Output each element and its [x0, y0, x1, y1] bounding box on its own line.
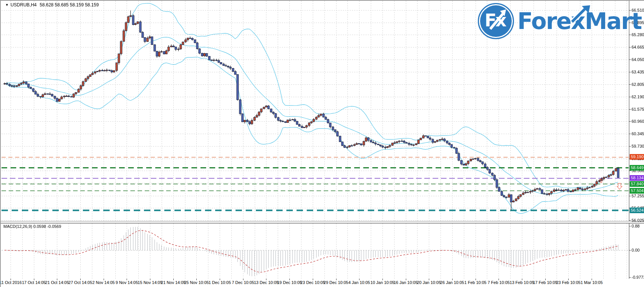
date-tick-label: 2 Nov 14:05 — [92, 280, 115, 285]
price-tick-label: 62.190 — [632, 95, 644, 99]
date-tick-label: 15 Nov 14:05 — [138, 280, 162, 285]
logo-arrow-icon — [479, 4, 513, 38]
date-tick-label: 29 Dec 10:05 — [324, 280, 348, 285]
macd-tick-label: 0.88 — [632, 224, 639, 229]
date-tick-label: 26 Jan 10:05 — [440, 280, 464, 285]
level-price-label: 58.134 — [630, 175, 644, 181]
level-price-label: 56.524 — [630, 208, 644, 213]
price-tick-label: 63.435 — [632, 70, 644, 75]
date-tick-label: 27 Oct 14:05 — [69, 280, 92, 285]
price-tick-label: 57.255 — [632, 194, 644, 198]
logo-mart-text: Mart — [585, 8, 641, 34]
date-tick-label: 17 Feb 10:05 — [533, 280, 557, 285]
logo-circle: Fx — [478, 3, 514, 39]
price-tick-label: 62.805 — [632, 82, 644, 87]
date-tick-label: 21 Nov 14:05 — [161, 280, 185, 285]
date-tick-label: 1 Feb 10:05 — [464, 280, 486, 285]
date-tick-label: 23 Dec 10:05 — [300, 280, 325, 285]
price-tick-label: 64.665 — [632, 45, 644, 50]
date-tick-label: 25 Nov 10:05 — [184, 280, 209, 285]
logo-wordmark: ForexMart — [517, 3, 641, 39]
date-tick-label: 1 Dec 10:05 — [208, 280, 231, 285]
chevron-down-icon[interactable]: ▼ — [5, 3, 9, 7]
time-axis[interactable]: 11 Oct 201617 Oct 14:0521 Oct 14:0527 Oc… — [1, 279, 644, 287]
level-price-label: 59.190 — [630, 154, 644, 160]
forexmart-logo: Fx ForexMart — [478, 3, 641, 39]
date-tick-label: 10 Jan 10:05 — [370, 280, 395, 285]
price-tick-label: 60.960 — [632, 119, 644, 124]
symbol-timeframe-label: USDRUB,H4 — [11, 2, 37, 8]
symbol-title: ▼USDRUB,H458.628 58.685 58.159 58.159 — [5, 2, 99, 8]
macd-indicator-canvas[interactable] — [1, 223, 644, 279]
date-tick-label: 20 Jan 10:05 — [417, 280, 441, 285]
date-tick-label: 11 Oct 2016 — [0, 280, 22, 285]
date-tick-label: 13 Feb 10:05 — [510, 280, 534, 285]
date-tick-label: 1 Mar 10:05 — [581, 280, 603, 285]
ohlc-values: 58.628 58.685 58.159 58.159 — [40, 2, 99, 8]
level-price-label: 57.504 — [630, 188, 644, 194]
price-tick-label: 60.345 — [632, 131, 644, 136]
price-tick-label: 59.730 — [632, 144, 644, 149]
level-price-label: 58.649 — [630, 165, 644, 171]
macd-indicator-label: MACD(12,26,9) 0.0598 -0.0569 — [3, 224, 61, 229]
price-tick-label: 61.575 — [632, 107, 644, 112]
date-tick-label: 23 Feb 10:05 — [556, 280, 581, 285]
date-tick-label: 7 Dec 10:05 — [232, 280, 254, 285]
price-tick-label: 64.050 — [632, 57, 644, 62]
date-tick-label: 17 Oct 14:05 — [22, 280, 46, 285]
chart-window: ▼USDRUB,H458.628 58.685 58.159 58.159 MA… — [0, 0, 644, 287]
date-tick-label: 4 Jan 10:05 — [348, 280, 370, 285]
date-tick-label: 19 Dec 10:05 — [277, 280, 301, 285]
macd-tick-label: 0.00 — [632, 248, 639, 253]
date-tick-label: 9 Nov 14:05 — [116, 280, 138, 285]
price-tick-label: 56.025 — [632, 218, 644, 223]
date-tick-label: 21 Oct 14:05 — [45, 280, 69, 285]
level-price-label: 57.840 — [630, 181, 644, 187]
date-tick-label: 7 Feb 10:05 — [488, 280, 510, 285]
date-tick-label: 13 Dec 10:05 — [254, 280, 278, 285]
logo-mart-arrow-icon — [571, 5, 593, 23]
date-tick-label: 16 Jan 10:05 — [394, 280, 418, 285]
